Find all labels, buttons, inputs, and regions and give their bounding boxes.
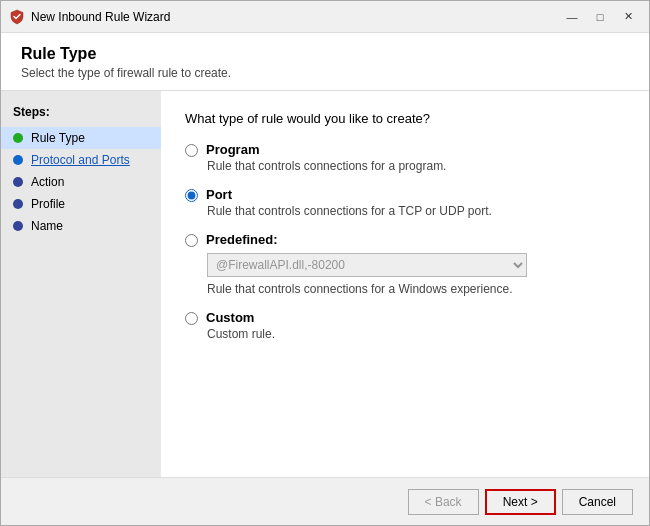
option-row-predefined: Predefined: [185, 232, 625, 247]
option-group-port: Port Rule that controls connections for … [185, 187, 625, 218]
title-bar: New Inbound Rule Wizard — □ ✕ [1, 1, 649, 33]
minimize-button[interactable]: — [559, 6, 585, 28]
radio-predefined[interactable] [185, 234, 198, 247]
option-desc-predefined: Rule that controls connections for a Win… [207, 282, 625, 296]
sidebar: Steps: Rule Type Protocol and Ports Acti… [1, 91, 161, 477]
option-group-program: Program Rule that controls connections f… [185, 142, 625, 173]
next-button[interactable]: Next > [485, 489, 556, 515]
radio-port[interactable] [185, 189, 198, 202]
option-label-predefined[interactable]: Predefined: [206, 232, 278, 247]
step-dot-profile [13, 199, 23, 209]
option-desc-port: Rule that controls connections for a TCP… [207, 204, 625, 218]
option-label-program[interactable]: Program [206, 142, 259, 157]
sidebar-item-action[interactable]: Action [1, 171, 161, 193]
step-label-profile: Profile [31, 197, 65, 211]
back-button[interactable]: < Back [408, 489, 479, 515]
step-dot-rule-type [13, 133, 23, 143]
step-label-name: Name [31, 219, 63, 233]
step-dot-name [13, 221, 23, 231]
option-group-custom: Custom Custom rule. [185, 310, 625, 341]
radio-program[interactable] [185, 144, 198, 157]
sidebar-item-name[interactable]: Name [1, 215, 161, 237]
content-area: Rule Type Select the type of firewall ru… [1, 33, 649, 525]
step-dot-protocol [13, 155, 23, 165]
right-panel: What type of rule would you like to crea… [161, 91, 649, 477]
page-subtitle: Select the type of firewall rule to crea… [21, 66, 629, 80]
main-body: Steps: Rule Type Protocol and Ports Acti… [1, 91, 649, 477]
steps-label: Steps: [1, 105, 161, 127]
option-group-predefined: Predefined: @FirewallAPI.dll,-80200 Rule… [185, 232, 625, 296]
option-label-port[interactable]: Port [206, 187, 232, 202]
step-label-protocol: Protocol and Ports [31, 153, 130, 167]
step-dot-action [13, 177, 23, 187]
option-row-port: Port [185, 187, 625, 202]
sidebar-item-profile[interactable]: Profile [1, 193, 161, 215]
option-row-program: Program [185, 142, 625, 157]
page-header: Rule Type Select the type of firewall ru… [1, 33, 649, 91]
question-text: What type of rule would you like to crea… [185, 111, 625, 126]
window: New Inbound Rule Wizard — □ ✕ Rule Type … [0, 0, 650, 526]
sidebar-item-rule-type[interactable]: Rule Type [1, 127, 161, 149]
option-label-custom[interactable]: Custom [206, 310, 254, 325]
cancel-button[interactable]: Cancel [562, 489, 633, 515]
maximize-button[interactable]: □ [587, 6, 613, 28]
option-desc-custom: Custom rule. [207, 327, 625, 341]
sidebar-item-protocol-ports[interactable]: Protocol and Ports [1, 149, 161, 171]
step-label-action: Action [31, 175, 64, 189]
predefined-select[interactable]: @FirewallAPI.dll,-80200 [207, 253, 527, 277]
footer: < Back Next > Cancel [1, 477, 649, 525]
step-label-rule-type: Rule Type [31, 131, 85, 145]
page-title: Rule Type [21, 45, 629, 63]
window-controls: — □ ✕ [559, 6, 641, 28]
close-button[interactable]: ✕ [615, 6, 641, 28]
option-desc-program: Rule that controls connections for a pro… [207, 159, 625, 173]
window-title: New Inbound Rule Wizard [31, 10, 559, 24]
app-icon [9, 9, 25, 25]
option-row-custom: Custom [185, 310, 625, 325]
radio-custom[interactable] [185, 312, 198, 325]
